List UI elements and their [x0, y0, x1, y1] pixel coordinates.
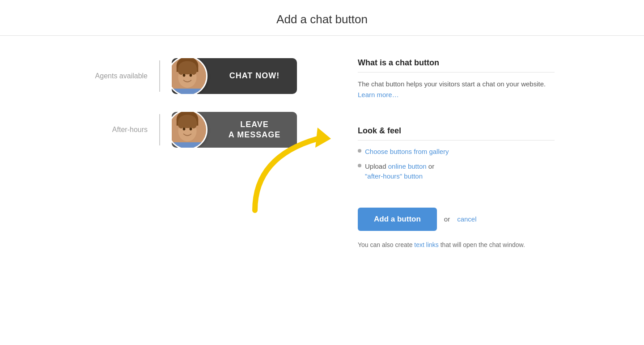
or-text: or	[444, 215, 450, 223]
page-header: Add a chat button	[0, 0, 644, 36]
left-panel: Agents available	[89, 58, 322, 250]
avatar-online	[172, 58, 208, 94]
page-title: Add a chat button	[0, 13, 644, 26]
after-hours-label: After-hours	[89, 126, 148, 134]
after-hours-button-link[interactable]: "after-hours" button	[365, 172, 423, 180]
svg-rect-4	[173, 89, 202, 94]
bullet-item-upload: Upload online button or "after-hours" bu…	[358, 162, 555, 182]
online-btn-text-area: CHAT NOW!	[212, 71, 297, 81]
offline-btn-text-area: LEAVE A MESSAGE	[212, 119, 297, 141]
after-hours-row: After-hours	[89, 112, 322, 148]
svg-point-18	[190, 128, 192, 131]
svg-point-20	[178, 119, 185, 128]
choose-from-gallery-link[interactable]: Choose buttons from gallery	[365, 148, 449, 155]
agents-available-row: Agents available	[89, 58, 322, 94]
online-chat-button-preview: CHAT NOW!	[172, 58, 297, 94]
add-button[interactable]: Add a button	[358, 208, 437, 231]
footer-text: You can also create text links that will…	[358, 240, 555, 250]
main-content: Agents available	[54, 36, 590, 268]
offline-chat-button-preview: LEAVE A MESSAGE	[172, 112, 297, 148]
learn-more-link[interactable]: Learn more…	[358, 91, 399, 98]
online-button-link[interactable]: online button	[388, 162, 427, 170]
agents-available-label: Agents available	[89, 72, 148, 80]
svg-point-21	[191, 119, 197, 128]
row-divider-offline	[159, 114, 160, 145]
bullet-dot-1	[358, 149, 361, 153]
svg-rect-15	[173, 142, 202, 148]
svg-point-6	[183, 74, 186, 77]
look-feel-section: Look & feel Choose buttons from gallery …	[358, 126, 555, 194]
svg-point-10	[191, 65, 197, 75]
what-divider	[358, 72, 555, 72]
svg-point-17	[183, 128, 186, 131]
text-links-link[interactable]: text links	[414, 241, 438, 248]
look-feel-divider	[358, 140, 555, 141]
action-row: Add a button or cancel	[358, 208, 555, 231]
what-title: What is a chat button	[358, 58, 555, 68]
avatar-offline	[172, 112, 208, 148]
look-feel-title: Look & feel	[358, 126, 555, 136]
bullet-item-gallery: Choose buttons from gallery	[358, 147, 555, 157]
cancel-link[interactable]: cancel	[457, 215, 476, 223]
right-panel: What is a chat button The chat button he…	[322, 58, 555, 250]
bullet-dot-2	[358, 164, 361, 167]
what-is-section: What is a chat button The chat button he…	[358, 58, 555, 113]
row-divider-online	[159, 60, 160, 92]
what-description: The chat button helps your visitors star…	[358, 79, 555, 100]
svg-point-7	[190, 74, 192, 77]
online-btn-label: CHAT NOW!	[229, 71, 280, 81]
svg-point-9	[178, 65, 185, 75]
offline-btn-label: LEAVE A MESSAGE	[229, 119, 280, 141]
options-list: Choose buttons from gallery Upload onlin…	[358, 147, 555, 182]
